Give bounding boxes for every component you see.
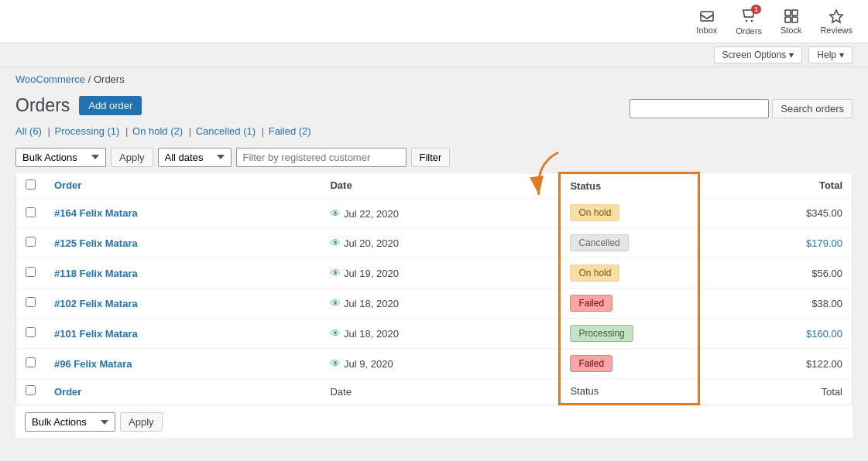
row-order: #96 Felix Matara <box>45 349 321 379</box>
total-link[interactable]: $179.00 <box>806 237 842 249</box>
help-button[interactable]: Help ▾ <box>808 46 853 63</box>
page-title: Orders <box>15 94 70 118</box>
row-checkbox[interactable] <box>26 237 36 247</box>
dates-select[interactable]: All dates July 2020 June 2020 <box>158 148 232 167</box>
eye-icon[interactable]: 👁 <box>330 297 341 309</box>
page-title-area: Orders Add order <box>15 94 142 118</box>
table-footer: Order Date Status Total <box>16 379 853 405</box>
row-check[interactable] <box>16 319 46 349</box>
nav-reviews[interactable]: Reviews <box>820 9 853 35</box>
header-total[interactable]: Total <box>699 172 853 198</box>
eye-icon[interactable]: 👁 <box>330 237 341 249</box>
row-order: #118 Felix Matara <box>45 258 321 289</box>
breadcrumb-separator: / <box>88 73 91 85</box>
order-link[interactable]: #102 Felix Matara <box>54 298 138 309</box>
row-checkbox[interactable] <box>26 297 36 307</box>
breadcrumb: WooCommerce / Orders <box>0 67 868 88</box>
order-link[interactable]: #164 Felix Matara <box>54 207 138 219</box>
row-check[interactable] <box>16 349 46 379</box>
nav-inbox[interactable]: Inbox <box>696 9 717 35</box>
search-area: Search orders <box>630 99 853 118</box>
footer-order: Order <box>45 379 321 405</box>
main-content: Orders Add order Search orders All (6) |… <box>0 88 868 453</box>
footer-status: Status <box>560 379 699 405</box>
table-header: Order Date Status Total <box>16 172 853 198</box>
bulk-actions-select-bottom[interactable]: Bulk Actions Move to Trash <box>25 412 115 432</box>
status-badge: On hold <box>570 265 619 282</box>
search-orders-button[interactable]: Search orders <box>772 99 853 118</box>
row-total: $38.00 <box>699 289 853 319</box>
total-link[interactable]: $160.00 <box>806 328 842 340</box>
svg-point-2 <box>751 19 753 21</box>
row-check[interactable] <box>16 258 46 289</box>
top-actions: Orders Add order Search orders <box>15 94 853 124</box>
row-status: Failed <box>560 289 699 319</box>
status-badge: Failed <box>570 295 612 312</box>
row-checkbox[interactable] <box>26 267 36 277</box>
screen-options-bar: Screen Options ▾ Help ▾ <box>0 43 868 67</box>
check-all-checkbox[interactable] <box>26 179 36 190</box>
row-order: #164 Felix Matara <box>45 198 321 228</box>
row-checkbox[interactable] <box>26 327 36 337</box>
row-total: $56.00 <box>699 258 853 289</box>
orders-table-wrapper: Order Date Status Total #164 Felix Matar… <box>15 172 853 406</box>
order-link[interactable]: #118 Felix Matara <box>54 268 138 279</box>
status-badge: Failed <box>570 355 612 372</box>
orders-nav-label: Orders <box>736 26 762 36</box>
eye-icon[interactable]: 👁 <box>330 327 341 340</box>
breadcrumb-parent-link[interactable]: WooCommerce <box>15 73 85 85</box>
screen-options-button[interactable]: Screen Options ▾ <box>714 46 803 63</box>
row-total: $345.00 <box>699 198 853 228</box>
search-input[interactable] <box>630 99 769 118</box>
action-bar-top: Bulk Actions Move to Trash Apply All dat… <box>15 143 853 172</box>
filter-button[interactable]: Filter <box>411 148 451 167</box>
table-body: #164 Felix Matara 👁 Jul 22, 2020 On hold… <box>16 198 853 379</box>
apply-button-top[interactable]: Apply <box>111 148 153 167</box>
eye-icon[interactable]: 👁 <box>330 357 341 370</box>
row-order: #101 Felix Matara <box>45 319 321 349</box>
footer-checkbox[interactable] <box>26 385 36 395</box>
eye-icon[interactable]: 👁 <box>330 207 341 220</box>
nav-orders[interactable]: 1 Orders <box>736 8 762 36</box>
table-row: #125 Felix Matara 👁 Jul 20, 2020 Cancell… <box>16 228 853 258</box>
footer-date: Date <box>321 379 559 405</box>
header-check-all[interactable] <box>16 172 46 198</box>
row-check[interactable] <box>16 198 46 228</box>
row-status: On hold <box>560 198 699 228</box>
table-row: #101 Felix Matara 👁 Jul 18, 2020 Process… <box>16 319 853 349</box>
status-badge: Cancelled <box>570 234 628 251</box>
row-check[interactable] <box>16 289 46 319</box>
chevron-down-icon: ▾ <box>789 50 794 60</box>
row-status: Cancelled <box>560 228 699 258</box>
filter-tab-processing[interactable]: Processing (1) <box>55 125 120 137</box>
admin-header: Inbox 1 Orders Stock <box>0 0 868 43</box>
svg-rect-3 <box>785 10 791 15</box>
row-check[interactable] <box>16 228 46 258</box>
row-total: $160.00 <box>699 319 853 349</box>
footer-check[interactable] <box>16 379 46 405</box>
bulk-actions-select-top[interactable]: Bulk Actions Move to Trash <box>15 148 106 167</box>
table-row: #118 Felix Matara 👁 Jul 19, 2020 On hold… <box>16 258 853 289</box>
row-checkbox[interactable] <box>26 357 36 367</box>
header-order[interactable]: Order <box>45 172 321 198</box>
filter-tab-on-hold[interactable]: On hold (2) <box>132 125 183 137</box>
order-link[interactable]: #125 Felix Matara <box>54 237 138 249</box>
action-bar-bottom: Bulk Actions Move to Trash Apply <box>15 405 853 438</box>
customer-filter-input[interactable] <box>236 148 407 167</box>
row-date: 👁 Jul 19, 2020 <box>321 258 559 289</box>
filter-tab-failed[interactable]: Failed (2) <box>269 125 311 137</box>
row-order: #125 Felix Matara <box>45 228 321 258</box>
row-total: $122.00 <box>699 349 853 379</box>
add-order-button[interactable]: Add order <box>79 96 142 115</box>
order-link[interactable]: #96 Felix Matara <box>54 358 132 370</box>
row-checkbox[interactable] <box>26 207 36 217</box>
filter-tab-all[interactable]: All (6) <box>15 125 42 137</box>
nav-stock[interactable]: Stock <box>781 9 802 35</box>
eye-icon[interactable]: 👁 <box>330 267 341 279</box>
row-status: Failed <box>560 349 699 379</box>
header-date[interactable]: Date <box>321 172 559 198</box>
filter-tab-cancelled[interactable]: Cancelled (1) <box>196 125 256 137</box>
order-link[interactable]: #101 Felix Matara <box>54 328 138 340</box>
reviews-label: Reviews <box>820 26 853 35</box>
apply-button-bottom[interactable]: Apply <box>120 412 163 432</box>
